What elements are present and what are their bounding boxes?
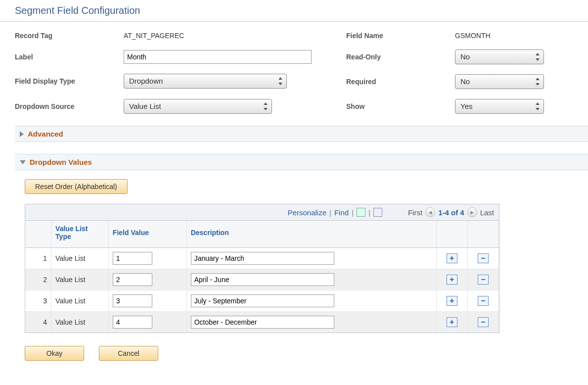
add-row-button[interactable]: +: [447, 275, 457, 285]
table-row: 4Value List+−: [25, 312, 499, 333]
field-display-type-label: Field Display Type: [15, 77, 124, 85]
okay-button[interactable]: Okay: [25, 346, 84, 361]
col-value-list-type[interactable]: Value List Type: [51, 221, 109, 248]
field-value-input[interactable]: [113, 316, 152, 329]
col-remove: [467, 221, 498, 248]
col-field-value[interactable]: Field Value: [108, 221, 186, 248]
col-add: [436, 221, 467, 248]
description-input[interactable]: [191, 273, 334, 286]
add-row-button[interactable]: +: [447, 253, 457, 263]
field-value-input[interactable]: [113, 273, 152, 286]
cancel-button[interactable]: Cancel: [99, 346, 158, 361]
field-display-type-select[interactable]: Dropdown: [124, 74, 287, 89]
row-value-list-type: Value List: [51, 248, 109, 269]
col-number: [25, 221, 51, 248]
page-title: Segment Field Configuration: [0, 0, 588, 22]
advanced-section-label: Advanced: [28, 130, 63, 138]
table-row: 1Value List+−: [25, 248, 499, 269]
download-icon[interactable]: [373, 208, 382, 217]
label-input[interactable]: [124, 50, 312, 64]
collapse-icon: [20, 160, 26, 164]
dropdown-source-label: Dropdown Source: [15, 102, 124, 110]
expand-icon: [20, 131, 24, 137]
dropdown-source-select[interactable]: Value List: [124, 99, 272, 114]
table-row: 2Value List+−: [25, 269, 499, 290]
next-icon[interactable]: ►: [467, 207, 477, 217]
dropdown-values-section-header[interactable]: Dropdown Values: [15, 154, 588, 170]
remove-row-button[interactable]: −: [478, 317, 489, 327]
zoom-icon[interactable]: [357, 208, 365, 217]
row-number: 3: [25, 290, 51, 312]
row-value-list-type: Value List: [51, 312, 109, 333]
row-number: 2: [25, 269, 51, 290]
advanced-section-header[interactable]: Advanced: [15, 126, 588, 142]
row-number: 4: [25, 312, 51, 333]
description-input[interactable]: [191, 294, 334, 307]
add-row-button[interactable]: +: [447, 296, 457, 306]
remove-row-button[interactable]: −: [478, 275, 489, 285]
show-select[interactable]: Yes: [455, 99, 544, 114]
reset-order-button[interactable]: Reset Order (Alphabetical): [25, 179, 128, 194]
description-input[interactable]: [191, 316, 334, 329]
row-value-list-type: Value List: [51, 269, 109, 290]
row-number: 1: [25, 248, 51, 269]
show-label: Show: [346, 102, 455, 110]
remove-row-button[interactable]: −: [478, 253, 489, 263]
label-label: Label: [15, 53, 124, 61]
personalize-link[interactable]: Personalize: [288, 208, 326, 217]
field-name-value: GSMONTH: [455, 32, 554, 40]
first-link[interactable]: First: [408, 208, 422, 217]
record-tag-label: Record Tag: [15, 32, 124, 40]
dropdown-values-grid: Personalize | Find | | First ◄ 1-4 of 4 …: [25, 204, 499, 333]
read-only-label: Read-Only: [346, 53, 455, 61]
record-tag-value: AT_NIT_PAGEREC: [124, 32, 317, 40]
row-value-list-type: Value List: [51, 290, 109, 312]
description-input[interactable]: [191, 252, 334, 265]
dropdown-values-section-label: Dropdown Values: [30, 158, 92, 166]
required-label: Required: [346, 78, 455, 86]
prev-icon[interactable]: ◄: [425, 207, 435, 217]
remove-row-button[interactable]: −: [478, 296, 489, 306]
range-text: 1-4 of 4: [438, 208, 464, 217]
add-row-button[interactable]: +: [447, 317, 457, 327]
read-only-select[interactable]: No: [455, 49, 544, 64]
find-link[interactable]: Find: [334, 208, 349, 217]
col-description[interactable]: Description: [186, 221, 436, 248]
field-value-input[interactable]: [113, 252, 152, 265]
field-value-input[interactable]: [113, 294, 152, 307]
required-select[interactable]: No: [455, 74, 544, 89]
last-link[interactable]: Last: [480, 208, 494, 217]
table-row: 3Value List+−: [25, 290, 499, 312]
field-name-label: Field Name: [346, 32, 455, 40]
